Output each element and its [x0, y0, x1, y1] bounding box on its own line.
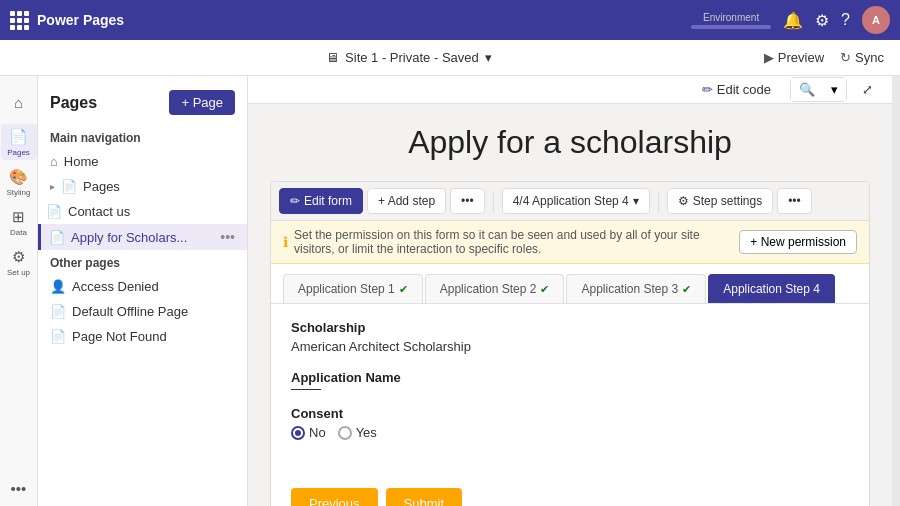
preview-icon: ▶ — [764, 50, 774, 65]
sidebar-item-pages[interactable]: ▸ 📄 Pages — [38, 174, 247, 199]
step4-label: Application Step 4 — [723, 282, 820, 296]
sidebar-pages-label: Pages — [83, 179, 120, 194]
sync-label: Sync — [855, 50, 884, 65]
sidebar-home-label: Home — [64, 154, 99, 169]
step-indicator-button[interactable]: 4/4 Application Step 4 ▾ — [502, 188, 650, 214]
environment-info: Environment — [691, 12, 771, 29]
step1-check-icon: ✔ — [399, 283, 408, 296]
step-settings-icon: ⚙ — [678, 194, 689, 208]
expand-icon: ▸ — [50, 181, 55, 192]
consent-yes-label: Yes — [356, 425, 377, 440]
notification-icon[interactable]: 🔔 — [783, 11, 803, 30]
home-icon: ⌂ — [14, 94, 23, 111]
expand-button[interactable]: ⤢ — [855, 76, 880, 103]
step-tab-4[interactable]: Application Step 4 — [708, 274, 835, 303]
sidebar-header: Pages + Page — [38, 84, 247, 125]
contact-item-icon: 📄 — [46, 204, 62, 219]
env-label: Environment — [691, 12, 771, 23]
offline-icon: 📄 — [50, 304, 66, 319]
step2-label: Application Step 2 — [440, 282, 537, 296]
consent-label: Consent — [291, 406, 849, 421]
edit-code-button[interactable]: ✏ Edit code — [691, 76, 782, 103]
step-tab-3[interactable]: Application Step 3 ✔ — [566, 274, 706, 303]
previous-button[interactable]: Previous — [291, 488, 378, 506]
page-title: Apply for a scholarship — [408, 124, 732, 161]
zoom-dropdown-button[interactable]: ▾ — [823, 78, 846, 101]
step-dropdown-icon: ▾ — [633, 194, 639, 208]
apply-more-button[interactable]: ••• — [220, 229, 235, 245]
styling-nav-label: Styling — [6, 188, 30, 197]
sidebar-item-home[interactable]: ⌂ Home — [38, 149, 247, 174]
waffle-icon[interactable] — [10, 11, 29, 30]
notice-left: ℹ Set the permission on this form so it … — [283, 228, 731, 256]
settings-icon[interactable]: ⚙ — [815, 11, 829, 30]
step-tab-2[interactable]: Application Step 2 ✔ — [425, 274, 565, 303]
notice-text: Set the permission on this form so it ca… — [294, 228, 731, 256]
step-more-button[interactable]: ••• — [777, 188, 812, 214]
sidebar-item-apply[interactable]: 📄 Apply for Scholars... ••• — [38, 224, 247, 250]
edit-form-button[interactable]: ✏ Edit form — [279, 188, 363, 214]
consent-options: No Yes — [291, 425, 849, 440]
nav-setup[interactable]: ⚙ Set up — [1, 244, 37, 280]
add-step-button[interactable]: + Add step — [367, 188, 446, 214]
zoom-out-button[interactable]: 🔍 — [791, 78, 823, 101]
step3-check-icon: ✔ — [682, 283, 691, 296]
consent-no-label: No — [309, 425, 326, 440]
not-found-icon: 📄 — [50, 329, 66, 344]
top-bar-left: Power Pages — [10, 11, 124, 30]
edit-form-icon: ✏ — [290, 194, 300, 208]
sidebar-not-found-label: Page Not Found — [72, 329, 167, 344]
nav-styling[interactable]: 🎨 Styling — [1, 164, 37, 200]
permission-notice: ℹ Set the permission on this form so it … — [271, 221, 869, 264]
scholarship-field: Scholarship American Architect Scholarsh… — [291, 320, 849, 354]
sidebar-access-denied-label: Access Denied — [72, 279, 159, 294]
add-step-label: + Add step — [378, 194, 435, 208]
avatar[interactable]: A — [862, 6, 890, 34]
zoom-controls: 🔍 ▾ — [790, 77, 847, 102]
site-icon: 🖥 — [326, 50, 339, 65]
consent-no-option[interactable]: No — [291, 425, 326, 440]
expand-icon: ⤢ — [862, 82, 873, 97]
sidebar-offline-label: Default Offline Page — [72, 304, 188, 319]
sidebar-item-offline[interactable]: 📄 Default Offline Page — [38, 299, 247, 324]
more-options-button[interactable]: ••• — [450, 188, 485, 214]
form-body: Scholarship American Architect Scholarsh… — [271, 304, 869, 472]
setup-icon: ⚙ — [12, 248, 25, 266]
toolbar-separator — [493, 191, 494, 211]
sidebar-item-access-denied[interactable]: 👤 Access Denied — [38, 274, 247, 299]
edit-code-icon: ✏ — [702, 82, 713, 97]
preview-button[interactable]: ▶ Preview — [764, 50, 824, 65]
scholarship-label: Scholarship — [291, 320, 849, 335]
app-name-field: Application Name — [291, 370, 849, 390]
help-icon[interactable]: ? — [841, 11, 850, 29]
styling-icon: 🎨 — [9, 168, 28, 186]
step-settings-label: Step settings — [693, 194, 762, 208]
sync-button[interactable]: ↻ Sync — [840, 50, 884, 65]
new-permission-button[interactable]: + New permission — [739, 230, 857, 254]
radio-no-dot — [291, 426, 305, 440]
edit-code-label: Edit code — [717, 82, 771, 97]
step-settings-button[interactable]: ⚙ Step settings — [667, 188, 773, 214]
consent-yes-option[interactable]: Yes — [338, 425, 377, 440]
toolbar-separator2 — [658, 191, 659, 211]
sidebar-apply-label: Apply for Scholars... — [71, 230, 187, 245]
main-content: ✏ Edit code 🔍 ▾ ⤢ Apply for a scholarshi… — [248, 76, 892, 506]
site-dropdown-icon[interactable]: ▾ — [485, 50, 492, 65]
nav-more[interactable]: ••• — [1, 470, 37, 506]
scrollbar[interactable] — [892, 76, 900, 506]
sidebar-item-contact[interactable]: 📄 Contact us — [38, 199, 247, 224]
left-nav: ⌂ 📄 Pages 🎨 Styling ⊞ Data ⚙ Set up ••• — [0, 76, 38, 506]
nav-home[interactable]: ⌂ — [1, 84, 37, 120]
add-page-button[interactable]: + Page — [169, 90, 235, 115]
form-actions: Previous Submit — [271, 472, 869, 506]
nav-data[interactable]: ⊞ Data — [1, 204, 37, 240]
sidebar-item-not-found[interactable]: 📄 Page Not Found — [38, 324, 247, 349]
step-tab-1[interactable]: Application Step 1 ✔ — [283, 274, 423, 303]
app-name-underline — [291, 389, 321, 390]
submit-button[interactable]: Submit — [386, 488, 462, 506]
edit-form-label: Edit form — [304, 194, 352, 208]
data-icon: ⊞ — [12, 208, 25, 226]
main-layout: ⌂ 📄 Pages 🎨 Styling ⊞ Data ⚙ Set up ••• … — [0, 76, 900, 506]
nav-pages[interactable]: 📄 Pages — [1, 124, 37, 160]
form-container: ✏ Edit form + Add step ••• 4/4 Applicati… — [270, 181, 870, 506]
